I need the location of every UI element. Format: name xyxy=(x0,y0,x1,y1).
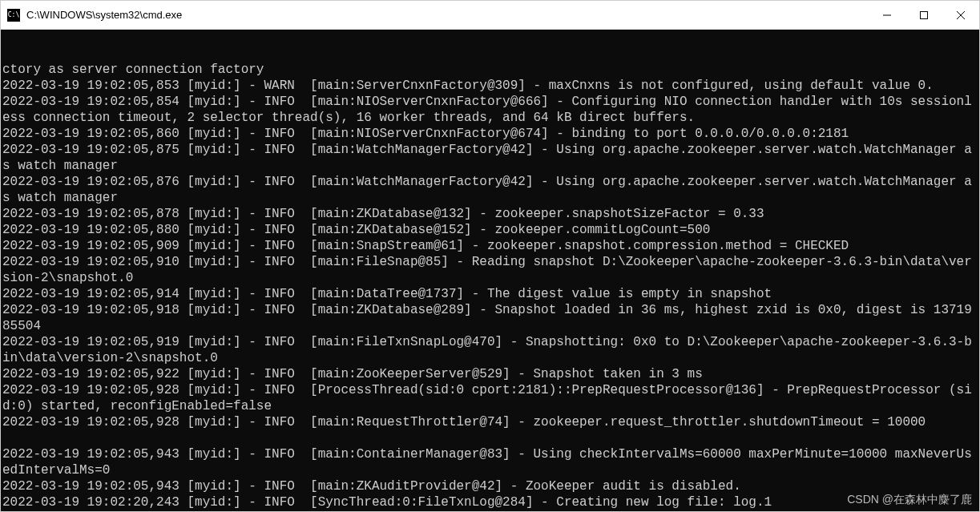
cmd-icon: C:\ xyxy=(7,9,20,22)
cmd-window: C:\ C:\WINDOWS\system32\cmd.exe ctory as… xyxy=(0,0,980,512)
minimize-icon xyxy=(883,11,891,19)
close-button[interactable] xyxy=(942,1,979,29)
window-controls xyxy=(869,1,979,29)
minimize-button[interactable] xyxy=(869,1,905,29)
svg-rect-1 xyxy=(921,11,928,18)
titlebar[interactable]: C:\ C:\WINDOWS\system32\cmd.exe xyxy=(1,1,979,30)
console-text: ctory as server connection factory 2022-… xyxy=(1,62,979,510)
close-icon xyxy=(957,11,965,19)
console-output[interactable]: ctory as server connection factory 2022-… xyxy=(1,30,979,511)
maximize-icon xyxy=(920,11,928,19)
maximize-button[interactable] xyxy=(905,1,942,29)
window-title: C:\WINDOWS\system32\cmd.exe xyxy=(26,9,869,21)
